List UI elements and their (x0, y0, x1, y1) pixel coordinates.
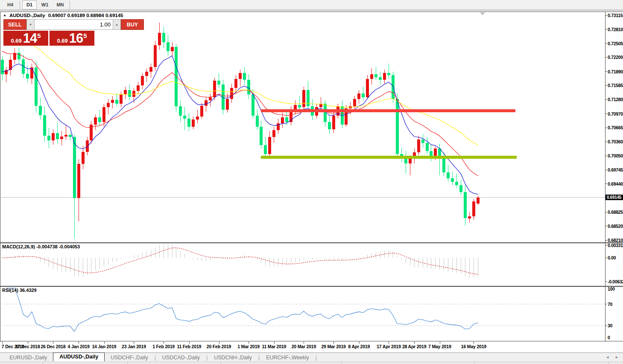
candle-body (35, 67, 38, 106)
candle-body (69, 135, 72, 137)
price-axis-tick (605, 85, 607, 86)
candle-body (30, 67, 33, 79)
price-axis-line[interactable] (605, 12, 605, 342)
candle-body (149, 67, 152, 72)
candle-body (357, 93, 360, 99)
tab-audusd-daily[interactable]: AUDUSD-,Daily (53, 352, 105, 361)
date-tick-label: 7 May 2019 (428, 344, 451, 349)
macd-axis-tick (605, 258, 607, 258)
candle-body (379, 77, 382, 80)
macd-axis-label: -0.006325 (608, 279, 623, 284)
chart-ohlc-values: 0.69007 0.69189 0.68984 0.69145 (48, 13, 123, 18)
date-tick-label: 17 Dec 2018 (15, 344, 40, 349)
volume-down-icon[interactable]: ▼ (26, 19, 35, 30)
main-chart-panel[interactable] (0, 12, 605, 242)
candle-body (370, 74, 373, 79)
volume-up-icon[interactable]: ▲ (113, 19, 121, 30)
candlestick-chart (0, 12, 605, 242)
rsi-name: RSI(14) (2, 288, 18, 293)
status-strip-divider (474, 362, 474, 364)
price-axis-tick (605, 15, 607, 16)
macd-axis-tick (605, 281, 607, 282)
tab-separator: | (316, 354, 317, 361)
date-axis-tick (104, 342, 105, 344)
sell-button[interactable]: SELL (3, 19, 26, 30)
tab-usdcnh-daily[interactable]: USDCNH-,Daily (208, 354, 258, 361)
chart-symbol-label: AUDUSD-,Daily (9, 13, 45, 18)
candle-body (298, 105, 301, 107)
candle-body (132, 91, 135, 97)
tab-eurusd-daily[interactable]: EURUSD-,Daily (3, 354, 53, 361)
tab-eurchf-weekly[interactable]: EURCHF-,Weekly (260, 354, 315, 361)
candle-body (396, 99, 399, 154)
date-axis-tick (2, 342, 3, 344)
tab-scroll-right-icon[interactable]: ► (615, 355, 619, 359)
rsi-panel[interactable]: RSI(14) 36.4329 (0, 287, 605, 341)
resistance-line[interactable] (261, 109, 515, 112)
candle-body (154, 45, 157, 67)
candle-body (281, 117, 284, 123)
status-strip-divider (43, 362, 43, 364)
tab-separator: | (258, 354, 260, 361)
sell-price-prefix: 0.69 (11, 38, 21, 44)
candle-body (179, 106, 182, 115)
tab-scroll-left-icon[interactable]: ◄ (605, 355, 609, 359)
price-axis-tick (605, 183, 607, 184)
support-line[interactable] (261, 156, 517, 159)
candle-body (464, 192, 467, 218)
price-tick-label: 0.71890 (608, 69, 623, 74)
scroll-to-end-icon[interactable] (480, 12, 485, 15)
date-axis-tick (53, 342, 53, 344)
candle-body (26, 74, 29, 79)
candle-body (442, 159, 445, 172)
buy-button[interactable]: BUY (121, 19, 144, 30)
candle-body (383, 73, 386, 80)
candle-body (294, 105, 297, 110)
rsi-value: 36.4329 (20, 288, 37, 293)
candle-body (247, 80, 250, 94)
status-strip-divider (221, 362, 221, 364)
candle-body (264, 145, 267, 154)
candle-body (18, 53, 20, 59)
volume-input[interactable] (35, 19, 113, 30)
candle-body (73, 137, 76, 198)
macd-axis-label: 0.00 (608, 255, 616, 260)
date-tick-label: 4 Jan 2019 (68, 344, 90, 349)
timeframe-button-mn[interactable]: MN (53, 0, 67, 9)
tab-usdchf-daily[interactable]: USDCHF-,Daily (105, 354, 154, 361)
date-tick-label: 20 Feb 2019 (207, 344, 231, 349)
macd-chart (0, 243, 605, 286)
candle-body (268, 137, 271, 154)
date-tick-label: 14 Jan 2019 (92, 344, 116, 349)
buy-price-box[interactable]: 0.69 16 5 (50, 31, 94, 46)
candle-body (387, 73, 390, 75)
candle-body (128, 90, 131, 97)
date-axis-tick (189, 342, 190, 344)
candle-body (472, 201, 475, 217)
date-tick-label: 20 Mar 2019 (292, 344, 316, 349)
candle-body (120, 94, 123, 104)
status-strip (0, 361, 623, 364)
candle-body (409, 159, 412, 163)
one-click-trading-widget: SELL ▼ ▲ BUY 0.69 14 5 0.69 16 5 (3, 19, 95, 46)
candle-body (39, 106, 42, 115)
price-axis-tick (605, 240, 607, 241)
rsi-chart (0, 287, 605, 341)
collapse-triangle-icon[interactable]: ▲ (3, 13, 6, 17)
timeframe-button-w1[interactable]: W1 (38, 0, 52, 9)
candle-body (277, 123, 280, 130)
tab-usdcad-daily[interactable]: USDCAD-,Daily (156, 354, 206, 361)
date-axis-tick (164, 342, 164, 344)
candle-body (43, 115, 46, 136)
macd-panel[interactable]: MACD(12,26,9) -0.004738 -0.004053 (0, 243, 605, 286)
status-strip-divider (342, 362, 342, 364)
timeframe-button-h4[interactable]: H4 (3, 0, 18, 9)
timeframe-button-d1[interactable]: D1 (22, 0, 37, 9)
price-axis-tick (605, 29, 607, 29)
sell-price-box[interactable]: 0.69 14 5 (3, 31, 48, 46)
date-axis-tick (333, 342, 334, 344)
macd-axis-tick (605, 245, 607, 245)
candle-body (374, 74, 377, 77)
date-tick-label: 16 May 2019 (461, 344, 486, 349)
date-tick-label: 11 Feb 2019 (177, 344, 201, 349)
